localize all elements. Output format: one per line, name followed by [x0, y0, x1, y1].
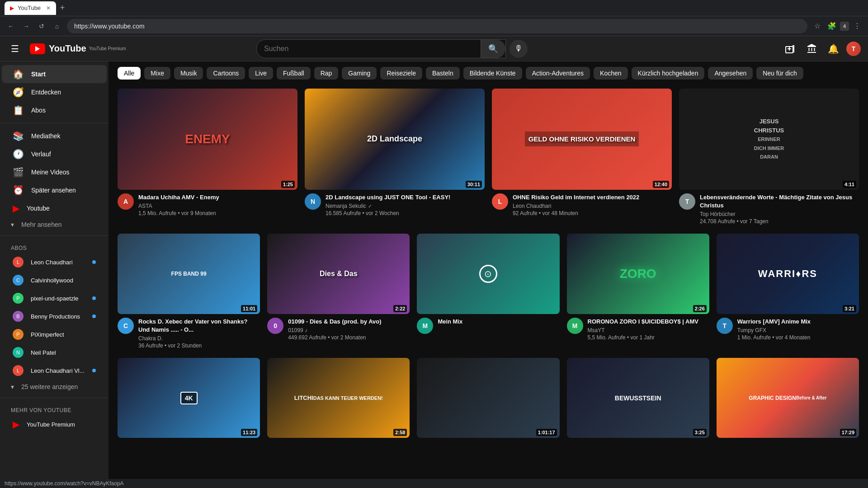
filter-chip-rap[interactable]: Rap — [314, 67, 339, 80]
search-input[interactable] — [257, 41, 481, 56]
sidebar-item-verlauf[interactable]: 🕐 Verlauf — [2, 145, 107, 163]
thumb-text-v1: ENEMY — [181, 128, 234, 150]
yt-sidebar: 🏠 Start 🧭 Entdecken 📋 Abos 📚 Mediathek 🕐… — [0, 61, 108, 488]
yt-header: ☰ YouTube YouTube Premium 🔍 🎙 🔔 T — [0, 36, 868, 61]
video-card-v7[interactable]: ⊙ M Mein Mix — [417, 234, 559, 351]
new-tab-button[interactable]: + — [56, 2, 69, 14]
filter-chip-cartoons[interactable]: Cartoons — [207, 67, 245, 80]
video-card-v8[interactable]: ZORO 2:26 M RORONOA ZORO I $UICIDEBOY$ |… — [567, 234, 709, 351]
browser-tab[interactable]: ▶ YouTube ✕ — [5, 1, 56, 15]
thumb-overlay-v1: ENEMY — [118, 89, 297, 190]
filter-chip-alle[interactable]: Alle — [118, 67, 141, 80]
more-menu-icon[interactable]: ⋮ — [851, 20, 863, 33]
filter-chip-musik[interactable]: Musik — [174, 67, 203, 80]
tab-close-btn[interactable]: ✕ — [46, 5, 51, 11]
video-card-v10[interactable]: 4K 11:23 — [118, 358, 260, 438]
video-card-v9[interactable]: WARRI♦RS 3:21 T Warriors [AMV] Anime Mix… — [717, 234, 859, 351]
filter-chip-bildende[interactable]: Bildende Künste — [463, 67, 522, 80]
address-bar[interactable] — [67, 19, 807, 33]
sidebar-item-meine-videos[interactable]: 🎬 Meine Videos — [2, 163, 107, 181]
filter-chip-basteln[interactable]: Basteln — [426, 67, 460, 80]
video-thumbnail-v5: FPS BAND 99 11:01 — [118, 234, 260, 314]
sidebar-item-youtube-premium[interactable]: ▶ YouTube Premium — [2, 415, 107, 433]
refresh-button[interactable]: ↺ — [35, 20, 48, 33]
sidebar-item-start[interactable]: 🏠 Start — [2, 65, 107, 83]
video-card-v1[interactable]: ENEMY 1:25 A Madara Uchiha AMV - Enemy A… — [118, 89, 297, 226]
extensions-icon[interactable]: 🧩 — [826, 20, 838, 33]
sidebar-item-spaeter[interactable]: ⏰ Später ansehen — [2, 181, 107, 199]
video-card-v6[interactable]: Dies & Das 2:22 0 01099 - Dies & Das (pr… — [267, 234, 410, 351]
filter-chip-kuerzlich[interactable]: Kürzlich hochgeladen — [632, 67, 705, 80]
yt-content: Alle Mixe Musik Cartoons Live Fußball Ra… — [108, 61, 868, 488]
filter-chip-live[interactable]: Live — [249, 67, 273, 80]
sidebar-item-abos[interactable]: 📋 Abos — [2, 101, 107, 119]
sidebar-sub-neil[interactable]: N Neil Patel — [2, 343, 107, 361]
menu-button[interactable]: ☰ — [7, 40, 23, 58]
channel-name-v5: Chakra D. — [138, 335, 260, 342]
sub-avatar-piximperfect: P — [13, 329, 24, 340]
thumb-overlay-v4: JESUSCHRISTUSERINNERDICH IMMERDARAN — [750, 113, 789, 166]
sidebar-sub-piximperfect[interactable]: P PiXimperfect — [2, 325, 107, 343]
sidebar-sub-benny[interactable]: B Benny Productions — [2, 307, 107, 325]
profile-badge[interactable]: 4 — [840, 22, 849, 31]
sub-avatar-benny: B — [13, 311, 24, 322]
sidebar-item-youtube[interactable]: ▶ Youtube — [2, 199, 107, 217]
video-duration-v8: 2:26 — [693, 305, 707, 312]
sub-name-pixel: pixel-und-spaetzle — [31, 295, 79, 302]
entdecken-icon: 🧭 — [13, 87, 24, 98]
video-card-v3[interactable]: GELD OHNE RISIKO VERDIENEN 12:40 L OHNE … — [492, 89, 672, 226]
video-meta-v2: 2D Landscape using JUST ONE Tool - EASY!… — [326, 193, 485, 216]
thumb-overlay-v6: Dies & Das — [267, 234, 410, 314]
forward-button[interactable]: → — [20, 20, 33, 33]
create-button[interactable] — [781, 40, 799, 58]
video-title-v5: Rocks D. Xebec der Vater von Shanks? Und… — [138, 318, 260, 334]
user-avatar[interactable]: T — [846, 42, 861, 56]
browser-controls: ← → ↺ ⌂ — [5, 20, 63, 33]
sub-dot-leon — [92, 260, 96, 264]
filter-chip-kochen[interactable]: Kochen — [594, 67, 627, 80]
apps-button[interactable] — [803, 40, 821, 58]
sidebar-item-mediathek-label: Mediathek — [31, 132, 61, 140]
video-thumbnail-v3: GELD OHNE RISIKO VERDIENEN 12:40 — [492, 89, 672, 190]
yt-logo-text: YouTube — [49, 43, 86, 54]
filter-chip-mixe[interactable]: Mixe — [144, 67, 170, 80]
abos-nav-icon: 📋 — [13, 105, 24, 116]
back-button[interactable]: ← — [5, 20, 17, 33]
video-card-v5[interactable]: FPS BAND 99 11:01 C Rocks D. Xebec der V… — [118, 234, 260, 351]
video-card-v2[interactable]: 2D Landscape 30:11 N 2D Landscape using … — [305, 89, 485, 226]
home-button[interactable]: ⌂ — [51, 20, 63, 33]
video-card-v4[interactable]: JESUSCHRISTUSERINNERDICH IMMERDARAN 4:11… — [679, 89, 859, 226]
filter-chip-angesehen[interactable]: Angesehen — [708, 67, 753, 80]
sidebar-show-more-subs[interactable]: ▾ 25 weitere anzeigen — [0, 380, 108, 394]
sidebar-show-more[interactable]: ▾ Mehr ansehen — [0, 217, 108, 232]
yt-logo[interactable]: YouTube YouTube Premium — [30, 43, 126, 54]
sidebar-sub-pixel[interactable]: P pixel-und-spaetzle — [2, 289, 107, 307]
thumb-overlay-v3: GELD OHNE RISIKO VERDIENEN — [492, 89, 672, 190]
filter-chip-gaming[interactable]: Gaming — [342, 67, 377, 80]
mic-button[interactable]: 🎙 — [509, 40, 528, 58]
video-meta-v1: Madara Uchiha AMV - Enemy ASTA 1,5 Mio. … — [138, 193, 297, 216]
mediathek-icon: 📚 — [13, 131, 24, 141]
filter-chip-action[interactable]: Action-Adventures — [526, 67, 590, 80]
filter-chip-neu[interactable]: Neu für dich — [756, 67, 803, 80]
filter-chip-reiseziele[interactable]: Reiseziele — [380, 67, 422, 80]
sidebar-item-entdecken[interactable]: 🧭 Entdecken — [2, 83, 107, 101]
video-duration-v6: 2:22 — [393, 305, 407, 312]
video-stats-v6: 449.692 Aufrufe • vor 2 Monaten — [288, 334, 410, 341]
notifications-button[interactable]: 🔔 — [825, 40, 843, 58]
star-icon[interactable]: ☆ — [811, 20, 824, 33]
header-actions: 🔔 T — [781, 40, 861, 58]
filter-chip-fussball[interactable]: Fußball — [277, 67, 311, 80]
video-info-v5: C Rocks D. Xebec der Vater von Shanks? U… — [118, 314, 260, 351]
sidebar-sub-leon[interactable]: L Leon Chaudhari — [2, 253, 107, 271]
sidebar-sub-calvin[interactable]: C Calvinhollywood — [2, 271, 107, 289]
sidebar-sub-leon2[interactable]: L Leon Chaudhari Vl... — [2, 361, 107, 380]
status-bar: https://www.youtube.com/watch?v=vNBAyKfa… — [0, 479, 868, 488]
video-meta-v3: OHNE Risiko Geld im Internet verdienen 2… — [513, 193, 672, 216]
search-button[interactable]: 🔍 — [481, 40, 505, 58]
sub-name-benny: Benny Productions — [31, 313, 80, 320]
video-thumbnail-v8: ZORO 2:26 — [567, 234, 709, 314]
sub-name-neil: Neil Patel — [31, 349, 56, 356]
video-title-v7: Mein Mix — [438, 318, 559, 326]
sidebar-item-mediathek[interactable]: 📚 Mediathek — [2, 127, 107, 145]
